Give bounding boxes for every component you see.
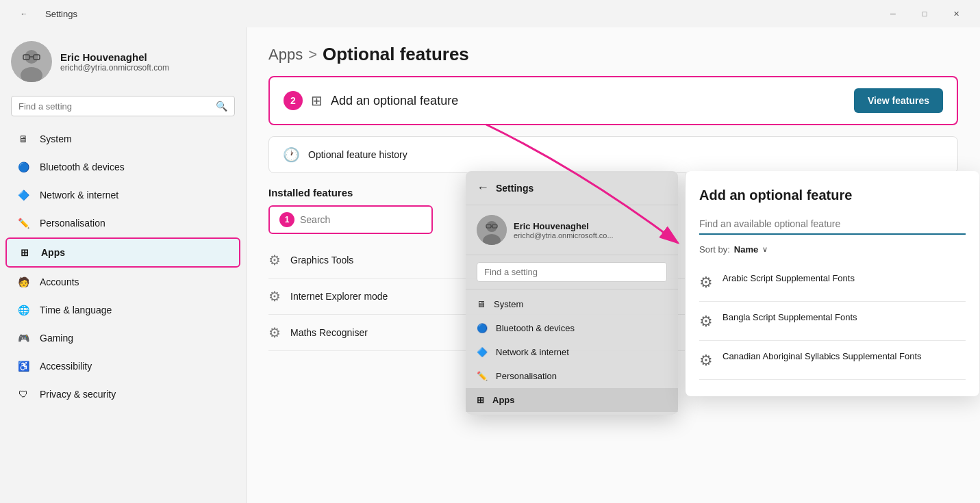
feature-icon: ⚙: [268, 324, 281, 341]
overlay-search-input[interactable]: [477, 262, 667, 282]
maximize-button[interactable]: □: [909, 3, 940, 25]
sidebar-item-network[interactable]: 🔷 Network & internet: [5, 181, 240, 209]
accessibility-icon: ♿: [16, 359, 30, 373]
feature-name: Internet Explorer mode: [290, 291, 388, 302]
sidebar-item-apps[interactable]: ⊞ Apps: [5, 237, 240, 268]
avatar: [11, 41, 52, 82]
installed-search-input[interactable]: [300, 214, 422, 225]
right-panel: Add an optional feature Sort by: Name ∨ …: [685, 171, 979, 396]
breadcrumb-apps[interactable]: Apps: [268, 46, 303, 64]
sidebar-item-system-label: System: [40, 133, 72, 144]
sidebar-item-accounts[interactable]: 🧑 Accounts: [5, 268, 240, 296]
overlay-avatar: [477, 215, 507, 245]
feature-option-name: Bangla Script Supplemental Fonts: [723, 311, 857, 324]
sidebar-item-privacy[interactable]: 🛡 Privacy & security: [5, 381, 240, 408]
sidebar-item-system[interactable]: 🖥 System: [5, 125, 240, 153]
history-label: Optional feature history: [308, 149, 407, 160]
user-name: Eric Houvenaghel: [60, 51, 169, 63]
breadcrumb: Apps > Optional features: [247, 27, 980, 76]
grid-icon: ⊞: [311, 92, 323, 109]
overlay-nav-personalisation[interactable]: ✏️ Personalisation: [466, 364, 678, 388]
step2-badge: 2: [284, 91, 303, 110]
sidebar-item-gaming[interactable]: 🎮 Gaming: [5, 324, 240, 352]
personalisation-icon: ✏️: [16, 216, 30, 230]
search-installed-box[interactable]: 1: [268, 205, 433, 234]
feature-option-name: Arabic Script Supplemental Fonts: [723, 272, 855, 285]
overlay-bluetooth-icon: 🔵: [477, 323, 488, 333]
overlay-network-icon: 🔷: [477, 347, 488, 357]
system-icon: 🖥: [16, 132, 30, 146]
feature-option-icon: ⚙: [699, 352, 713, 370]
sort-chevron-icon[interactable]: ∨: [762, 245, 768, 254]
sidebar-item-personalisation-label: Personalisation: [40, 218, 105, 229]
sidebar-item-time[interactable]: 🌐 Time & language: [5, 296, 240, 324]
step1-badge: 1: [279, 212, 294, 227]
view-features-button[interactable]: View features: [854, 88, 943, 113]
sidebar-item-gaming-label: Gaming: [40, 333, 73, 344]
overlay-search[interactable]: [466, 255, 678, 289]
breadcrumb-current: Optional features: [323, 44, 469, 65]
overlay-profile: Eric Houvenaghel erichd@ytria.onmicrosof…: [466, 205, 678, 255]
sidebar-item-accounts-label: Accounts: [40, 276, 79, 287]
minimize-button[interactable]: ─: [877, 3, 909, 25]
app-title: Settings: [45, 9, 77, 19]
sidebar-item-time-label: Time & language: [40, 305, 112, 315]
sidebar-item-personalisation[interactable]: ✏️ Personalisation: [5, 209, 240, 237]
user-info: Eric Houvenaghel erichd@ytria.onmicrosof…: [60, 51, 169, 73]
sort-row: Sort by: Name ∨: [699, 244, 966, 255]
back-button[interactable]: ←: [8, 3, 40, 25]
feature-option-name: Canadian Aboriginal Syllabics Supplement…: [723, 350, 922, 363]
add-feature-left: 2 ⊞ Add an optional feature: [284, 91, 458, 110]
feature-name: Maths Recogniser: [290, 327, 368, 338]
feature-search-input[interactable]: [699, 214, 966, 235]
feature-option-canadian[interactable]: ⚙ Canadian Aboriginal Syllabics Suppleme…: [699, 341, 966, 380]
titlebar-left: ← Settings: [0, 3, 77, 25]
overlay-nav: 🖥 System 🔵 Bluetooth & devices 🔷 Network…: [466, 289, 678, 415]
sidebar-item-network-label: Network & internet: [40, 190, 118, 201]
sidebar-item-bluetooth-label: Bluetooth & devices: [40, 162, 125, 172]
overlay-user-email: erichd@ytria.onmicrosoft.co...: [514, 231, 614, 240]
optional-history-row[interactable]: 🕐 Optional feature history: [268, 136, 958, 173]
add-feature-label: Add an optional feature: [331, 94, 458, 108]
overlay-settings-panel: ← Settings Eric Houvenaghel erichd@ytria…: [466, 171, 678, 415]
feature-option-arabic[interactable]: ⚙ Arabic Script Supplemental Fonts: [699, 263, 966, 302]
overlay-apps-icon: ⊞: [477, 395, 484, 405]
sidebar-search-box[interactable]: 🔍: [11, 96, 235, 116]
bluetooth-icon: 🔵: [16, 160, 30, 174]
overlay-nav-system[interactable]: 🖥 System: [466, 292, 678, 316]
network-icon: 🔷: [16, 188, 30, 202]
overlay-system-icon: 🖥: [477, 299, 486, 309]
privacy-icon: 🛡: [16, 387, 30, 401]
breadcrumb-separator: >: [308, 46, 317, 64]
search-icon: 🔍: [216, 101, 227, 112]
apps-icon: ⊞: [18, 246, 32, 259]
time-icon: 🌐: [16, 303, 30, 317]
close-button[interactable]: ✕: [940, 3, 972, 25]
sidebar-item-accessibility-label: Accessibility: [40, 361, 92, 372]
overlay-title: Settings: [496, 183, 533, 194]
feature-icon: ⚙: [268, 288, 281, 305]
sort-value[interactable]: Name: [734, 244, 758, 255]
sidebar-item-apps-label: Apps: [41, 247, 65, 258]
feature-option-icon: ⚙: [699, 313, 713, 331]
history-icon: 🕐: [283, 146, 300, 163]
sidebar-item-accessibility[interactable]: ♿ Accessibility: [5, 352, 240, 380]
right-panel-title: Add an optional feature: [699, 188, 966, 203]
feature-name: Graphics Tools: [290, 255, 353, 266]
overlay-personalisation-icon: ✏️: [477, 371, 488, 381]
sidebar-item-bluetooth[interactable]: 🔵 Bluetooth & devices: [5, 153, 240, 181]
add-feature-row: 2 ⊞ Add an optional feature View feature…: [268, 76, 958, 125]
feature-option-icon: ⚙: [699, 274, 713, 292]
overlay-user-info: Eric Houvenaghel erichd@ytria.onmicrosof…: [514, 221, 614, 240]
accounts-icon: 🧑: [16, 275, 30, 289]
overlay-nav-bluetooth[interactable]: 🔵 Bluetooth & devices: [466, 316, 678, 340]
feature-option-bangla[interactable]: ⚙ Bangla Script Supplemental Fonts: [699, 302, 966, 341]
sidebar-search-input[interactable]: [18, 101, 210, 112]
user-email: erichd@ytria.onmicrosoft.com: [60, 63, 169, 73]
feature-icon: ⚙: [268, 252, 281, 268]
overlay-back-button[interactable]: ←: [477, 181, 489, 195]
sidebar-item-privacy-label: Privacy & security: [40, 389, 116, 400]
overlay-nav-apps[interactable]: ⊞ Apps: [466, 388, 678, 412]
nav-items: 🖥 System 🔵 Bluetooth & devices 🔷 Network…: [0, 125, 246, 503]
overlay-nav-network[interactable]: 🔷 Network & internet: [466, 340, 678, 364]
